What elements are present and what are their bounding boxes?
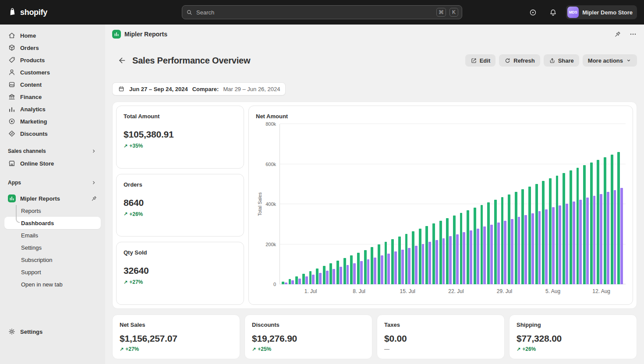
sidebar-item-settings[interactable]: Settings (4, 325, 101, 338)
more-options-icon[interactable] (629, 30, 637, 38)
sidebar-subitem-support[interactable]: Support (4, 266, 101, 278)
sidebar: Home Orders Products Customers Content F… (0, 25, 105, 364)
sidebar-item-content[interactable]: Content (4, 78, 101, 91)
current_period-bar (302, 274, 305, 284)
share-button[interactable]: Share (544, 54, 579, 67)
activity-icon[interactable] (526, 5, 540, 19)
compare_period-bar (305, 276, 308, 284)
bar-pair (329, 124, 335, 284)
sidebar-subitem-open-in-new-tab[interactable]: Open in new tab (4, 278, 101, 290)
subitem-label: Subscription (21, 257, 53, 263)
compare_period-bar (579, 200, 582, 284)
current_period-bar (385, 242, 387, 284)
bar-pair (364, 124, 370, 284)
sidebar-item-label: Customers (20, 69, 50, 76)
sidebar-item-marketing[interactable]: Marketing (4, 115, 101, 127)
current_period-bar (501, 197, 504, 284)
delta-value: +35% (129, 143, 143, 149)
bar-pair (432, 124, 438, 284)
bar-pair (570, 124, 575, 284)
compare_period-bar (428, 242, 431, 284)
compare_period-bar (319, 273, 322, 284)
sidebar-item-orders[interactable]: Orders (4, 42, 101, 54)
subitem-label: Support (21, 269, 41, 276)
current_period-bar (425, 226, 428, 284)
refresh-button[interactable]: Refresh (499, 54, 540, 67)
sidebar-item-online-store[interactable]: Online Store (4, 157, 101, 170)
pin-icon[interactable] (614, 31, 621, 38)
summary-label: Taxes (384, 322, 497, 328)
compare_period-bar (367, 259, 370, 284)
current_period-bar (350, 255, 353, 284)
compare_period-bar (394, 251, 397, 284)
apps-header[interactable]: Apps (4, 177, 101, 188)
bar-pair (521, 124, 527, 284)
sidebar-subitem-reports[interactable]: Reports (4, 205, 101, 217)
compare_period-bar (593, 196, 596, 284)
compare_period-bar (538, 211, 541, 284)
sidebar-item-label: Mipler Reports (20, 195, 60, 202)
sidebar-subitem-dashboards[interactable]: Dashboards (4, 217, 101, 229)
sidebar-item-mipler-reports[interactable]: Mipler Reports (4, 192, 101, 205)
y-tick-label: 400k (265, 201, 276, 207)
sidebar-item-home[interactable]: Home (4, 29, 101, 42)
refresh-button-label: Refresh (513, 57, 534, 64)
bar-pair (583, 124, 589, 284)
compare_period-bar (531, 213, 534, 285)
edit-button[interactable]: Edit (465, 54, 496, 67)
y-tick-label: 200k (265, 242, 276, 247)
sidebar-item-products[interactable]: Products (4, 54, 101, 66)
store-menu[interactable]: MDS Mipler Demo Store (566, 5, 637, 19)
date-range-value: Jun 27 – Sep 24, 2024 (129, 86, 188, 92)
sidebar-item-label: Products (20, 57, 45, 64)
k-key-badge: K (449, 8, 458, 17)
customers-icon (8, 68, 16, 76)
sidebar-item-customers[interactable]: Customers (4, 66, 101, 78)
current_period-bar (364, 250, 367, 285)
current_period-bar (528, 187, 531, 284)
bar-pair (563, 124, 568, 284)
compare_period-bar (435, 240, 438, 284)
sidebar-item-discounts[interactable]: Discounts (4, 127, 101, 140)
current_period-bar (487, 202, 490, 284)
current_period-bar (563, 173, 565, 284)
sales-channels-header[interactable]: Sales channels (4, 146, 101, 156)
notifications-bell-icon[interactable] (546, 5, 560, 19)
sidebar-item-label: Orders (20, 45, 39, 51)
sidebar-item-analytics[interactable]: Analytics (4, 103, 101, 115)
bar-pair (617, 124, 623, 284)
delta-value: +25% (258, 346, 271, 352)
bar-pair (302, 124, 308, 284)
date-range-filter[interactable]: Jun 27 – Sep 24, 2024 Compare: Mar 29 – … (112, 82, 286, 95)
x-tick-label: 12. Aug (592, 288, 610, 294)
sidebar-subitem-settings[interactable]: Settings (4, 241, 101, 254)
compare_period-bar (422, 244, 425, 284)
metric-label: Qty Sold (124, 249, 237, 256)
y-tick-label: 0 (273, 282, 276, 287)
sidebar-subitem-subscription[interactable]: Subscription (4, 254, 101, 266)
pin-icon[interactable] (91, 195, 97, 202)
sidebar-subitem-emails[interactable]: Emails (4, 229, 101, 241)
bar-pair (405, 124, 411, 284)
shopify-logo[interactable]: shopify (7, 7, 47, 18)
chart-plot-area (280, 124, 626, 284)
metric-card-total-amount: Total Amount $105,380.91 ↗ +35% (116, 106, 244, 169)
bar-pair (460, 124, 466, 284)
compare_period-bar (586, 198, 589, 284)
bar-pair (336, 124, 342, 284)
analytics-bars-icon (8, 105, 16, 113)
summary-label: Net Sales (120, 322, 233, 328)
sidebar-item-finance[interactable]: Finance (4, 91, 101, 103)
current_period-bar (371, 247, 373, 284)
compare_period-bar (483, 226, 486, 284)
bar-pair (385, 124, 390, 284)
summary-label: Shipping (517, 322, 630, 328)
trend-up-icon: ↗ (124, 212, 127, 216)
sidebar-item-label: Analytics (20, 106, 46, 113)
search-input[interactable]: Search ⌘ K (182, 5, 462, 19)
back-button[interactable] (116, 54, 128, 67)
more-actions-button[interactable]: More actions (583, 54, 637, 67)
x-tick-label: 15. Jul (400, 288, 415, 294)
current_period-bar (570, 170, 572, 284)
compare-range-value: Mar 29 – Jun 26, 2024 (223, 86, 280, 92)
